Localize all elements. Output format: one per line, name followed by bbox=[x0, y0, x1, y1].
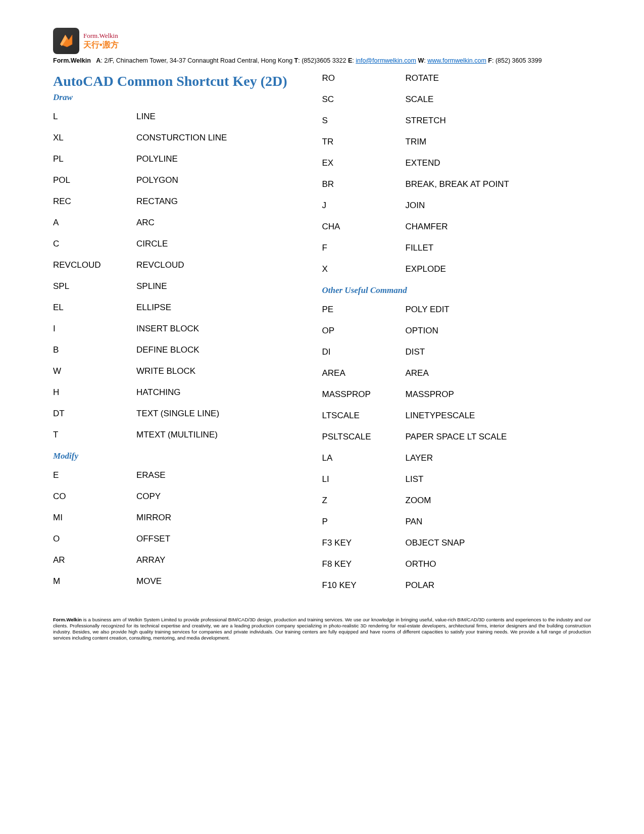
shortcut-row: REVCLOUDREVCLOUD bbox=[53, 260, 312, 270]
shortcut-row: EXEXTEND bbox=[322, 158, 591, 168]
section-modify2-rows: ROROTATESCSCALESSTRETCHTRTRIMEXEXTENDBRB… bbox=[322, 73, 591, 274]
shortcut-command: ARC bbox=[136, 218, 312, 228]
shortcut-command: CHAMFER bbox=[406, 222, 591, 232]
section-other-rows: PEPOLY EDITOPOPTIONDIDISTAREAAREAMASSPRO… bbox=[322, 305, 591, 591]
section-modify-rows: EERASECOCOPYMIMIRROROOFFSETARARRAYMMOVE bbox=[53, 470, 312, 586]
shortcut-key: X bbox=[322, 264, 406, 274]
shortcut-row: COCOPY bbox=[53, 492, 312, 502]
shortcut-row: CCIRCLE bbox=[53, 239, 312, 249]
shortcut-key: AREA bbox=[322, 368, 406, 378]
shortcut-command: COPY bbox=[136, 492, 312, 502]
left-column: AutoCAD Common Shortcut Key (2D) Draw LL… bbox=[53, 73, 322, 602]
shortcut-command: MIRROR bbox=[136, 513, 312, 523]
shortcut-command: MASSPROP bbox=[406, 389, 591, 400]
shortcut-key: REVCLOUD bbox=[53, 260, 136, 270]
shortcut-key: REC bbox=[53, 197, 136, 207]
header-contact-line: Form.Welkin A: 2/F, Chinachem Tower, 34-… bbox=[53, 57, 591, 64]
shortcut-command: PAPER SPACE LT SCALE bbox=[406, 432, 591, 442]
shortcut-key: PE bbox=[322, 305, 406, 315]
shortcut-command: AREA bbox=[406, 368, 591, 378]
section-draw-title: Draw bbox=[53, 92, 312, 103]
shortcut-key: LTSCALE bbox=[322, 411, 406, 421]
header-web-link[interactable]: www.formwelkin.com bbox=[427, 57, 486, 64]
shortcut-key: AR bbox=[53, 555, 136, 565]
shortcut-command: TEXT (SINGLE LINE) bbox=[136, 409, 312, 419]
shortcut-key: CHA bbox=[322, 222, 406, 232]
shortcut-key: W bbox=[53, 366, 136, 376]
shortcut-key: OP bbox=[322, 326, 406, 336]
shortcut-key: SPL bbox=[53, 281, 136, 291]
shortcut-command: INSERT BLOCK bbox=[136, 324, 312, 334]
shortcut-row: LLINE bbox=[53, 112, 312, 122]
shortcut-command: ARRAY bbox=[136, 555, 312, 565]
logo-text: Form.Welkin 天行•溵方 bbox=[83, 32, 119, 51]
logo-cjk-text: 天行•溵方 bbox=[83, 40, 119, 51]
shortcut-key: LI bbox=[322, 474, 406, 484]
shortcut-command: POLYLINE bbox=[136, 154, 312, 164]
right-column: ROROTATESCSCALESSTRETCHTRTRIMEXEXTENDBRB… bbox=[322, 73, 591, 602]
shortcut-command: SPLINE bbox=[136, 281, 312, 291]
shortcut-key: PSLTSCALE bbox=[322, 432, 406, 442]
shortcut-command: PAN bbox=[406, 517, 591, 527]
shortcut-row: XLCONSTURCTION LINE bbox=[53, 133, 312, 143]
shortcut-command: WRITE BLOCK bbox=[136, 366, 312, 376]
shortcut-row: LALAYER bbox=[322, 453, 591, 463]
shortcut-row: MIMIRROR bbox=[53, 513, 312, 523]
page-title: AutoCAD Common Shortcut Key (2D) bbox=[53, 73, 312, 89]
shortcut-row: F8 KEYORTHO bbox=[322, 559, 591, 569]
shortcut-key: F8 KEY bbox=[322, 559, 406, 569]
shortcut-row: BRBREAK, BREAK AT POINT bbox=[322, 179, 591, 189]
shortcut-key: BR bbox=[322, 179, 406, 189]
shortcut-row: SPLSPLINE bbox=[53, 281, 312, 291]
shortcut-row: TMTEXT (MULTILINE) bbox=[53, 430, 312, 440]
shortcut-row: ELELLIPSE bbox=[53, 303, 312, 313]
footer: Form.Welkin is a business arm of Welkin … bbox=[53, 617, 591, 641]
shortcut-row: EERASE bbox=[53, 470, 312, 480]
shortcut-key: F3 KEY bbox=[322, 538, 406, 548]
shortcut-row: OPOPTION bbox=[322, 326, 591, 336]
shortcut-command: MTEXT (MULTILINE) bbox=[136, 430, 312, 440]
shortcut-key: Z bbox=[322, 496, 406, 506]
shortcut-command: CONSTURCTION LINE bbox=[136, 133, 312, 143]
shortcut-command: SCALE bbox=[406, 94, 591, 105]
header-label-w: W bbox=[418, 57, 424, 64]
shortcut-key: M bbox=[53, 576, 136, 586]
shortcut-key: EL bbox=[53, 303, 136, 313]
shortcut-key: F10 KEY bbox=[322, 580, 406, 591]
shortcut-key: J bbox=[322, 201, 406, 211]
shortcut-key: A bbox=[53, 218, 136, 228]
shortcut-row: ARARRAY bbox=[53, 555, 312, 565]
header-fax: : (852) 3605 3399 bbox=[492, 57, 542, 64]
shortcut-command: POLY EDIT bbox=[406, 305, 591, 315]
shortcut-key: I bbox=[53, 324, 136, 334]
shortcut-row: RECRECTANG bbox=[53, 197, 312, 207]
shortcut-command: BREAK, BREAK AT POINT bbox=[406, 179, 591, 189]
header-email-link[interactable]: info@formwelkin.com bbox=[356, 57, 416, 64]
shortcut-key: PL bbox=[53, 154, 136, 164]
shortcut-command: EXPLODE bbox=[406, 264, 591, 274]
shortcut-command: ELLIPSE bbox=[136, 303, 312, 313]
shortcut-command: ZOOM bbox=[406, 496, 591, 506]
shortcut-row: XEXPLODE bbox=[322, 264, 591, 274]
shortcut-row: DTTEXT (SINGLE LINE) bbox=[53, 409, 312, 419]
shortcut-key: H bbox=[53, 387, 136, 398]
shortcut-command: POLAR bbox=[406, 580, 591, 591]
shortcut-row: DIDIST bbox=[322, 347, 591, 357]
shortcut-row: SCSCALE bbox=[322, 94, 591, 105]
shortcut-row: AREAAREA bbox=[322, 368, 591, 378]
shortcut-command: EXTEND bbox=[406, 158, 591, 168]
header-company: Form.Welkin bbox=[53, 57, 91, 64]
shortcut-row: WWRITE BLOCK bbox=[53, 366, 312, 376]
shortcut-key: EX bbox=[322, 158, 406, 168]
footer-text: is a business arm of Welkin System Limit… bbox=[53, 617, 591, 641]
shortcut-row: LTSCALELINETYPESCALE bbox=[322, 411, 591, 421]
shortcut-row: LILIST bbox=[322, 474, 591, 484]
shortcut-key: O bbox=[53, 534, 136, 544]
shortcut-key: RO bbox=[322, 73, 406, 83]
shortcut-command: ROTATE bbox=[406, 73, 591, 83]
shortcut-row: F3 KEYOBJECT SNAP bbox=[322, 538, 591, 548]
shortcut-command: OPTION bbox=[406, 326, 591, 336]
header-address: : 2/F, Chinachem Tower, 34-37 Connaught … bbox=[101, 57, 294, 64]
shortcut-key: LA bbox=[322, 453, 406, 463]
shortcut-key: DT bbox=[53, 409, 136, 419]
